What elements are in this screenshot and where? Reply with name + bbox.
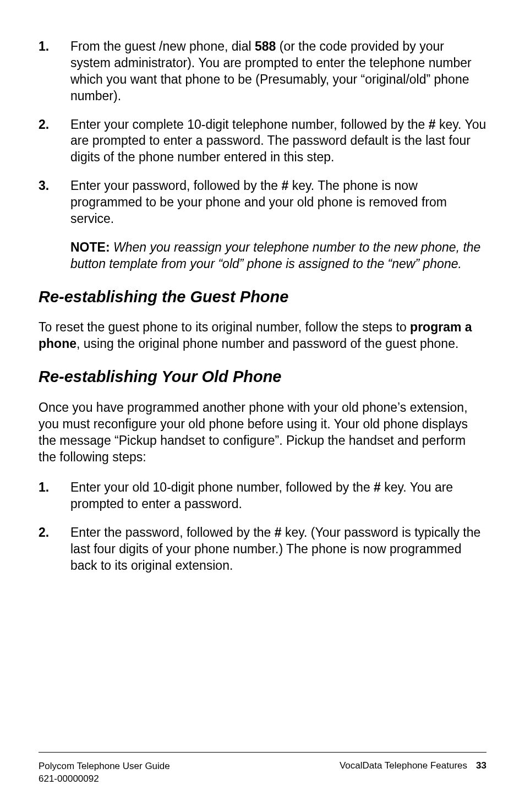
list-number: 2. xyxy=(39,117,70,166)
text: Enter the password, followed by the xyxy=(70,525,275,539)
text: From the guest /new phone, dial xyxy=(70,39,255,53)
list-number: 3. xyxy=(39,178,70,227)
footer-docid: 621-00000092 xyxy=(39,773,170,786)
page-content: 1. From the guest /new phone, dial 588 (… xyxy=(39,39,486,574)
list-number: 1. xyxy=(39,479,70,513)
bold-text: # xyxy=(282,178,289,193)
footer-left: Polycom Telephone User Guide 621-0000009… xyxy=(39,760,170,786)
ordered-list-1: 1. From the guest /new phone, dial 588 (… xyxy=(39,39,486,227)
footer-right: VocalData Telephone Features33 xyxy=(340,760,486,786)
page-number: 33 xyxy=(476,760,486,771)
bold-text: # xyxy=(275,525,282,539)
section-heading: Re-establishing the Guest Phone xyxy=(39,287,486,308)
list-number: 2. xyxy=(39,525,70,574)
list-item: 1. Enter your old 10-digit phone number,… xyxy=(39,479,486,513)
text: Enter your complete 10-digit telephone n… xyxy=(70,117,429,132)
bold-text: # xyxy=(374,480,381,494)
bold-text: # xyxy=(429,117,436,132)
note-block: NOTE: When you reassign your telephone n… xyxy=(70,239,486,273)
list-body: Enter your complete 10-digit telephone n… xyxy=(70,117,486,166)
list-body: Enter your password, followed by the # k… xyxy=(70,178,486,227)
bold-text: 588 xyxy=(255,39,276,53)
list-body: Enter your old 10-digit phone number, fo… xyxy=(70,479,486,513)
footer-section: VocalData Telephone Features xyxy=(340,760,467,771)
page-footer: Polycom Telephone User Guide 621-0000009… xyxy=(39,752,486,786)
note-text: When you reassign your telephone number … xyxy=(70,240,480,271)
paragraph: To reset the guest phone to its original… xyxy=(39,319,486,352)
list-item: 1. From the guest /new phone, dial 588 (… xyxy=(39,39,486,105)
section-heading: Re-establishing Your Old Phone xyxy=(39,367,486,388)
list-item: 2. Enter the password, followed by the #… xyxy=(39,525,486,574)
list-body: From the guest /new phone, dial 588 (or … xyxy=(70,39,486,105)
ordered-list-2: 1. Enter your old 10-digit phone number,… xyxy=(39,479,486,574)
list-number: 1. xyxy=(39,39,70,105)
text: , using the original phone number and pa… xyxy=(76,336,458,351)
text: Enter your password, followed by the xyxy=(70,178,282,193)
list-body: Enter the password, followed by the # ke… xyxy=(70,525,486,574)
note-label: NOTE: xyxy=(70,240,110,254)
text: To reset the guest phone to its original… xyxy=(39,320,410,334)
footer-title: Polycom Telephone User Guide xyxy=(39,760,170,773)
list-item: 2. Enter your complete 10-digit telephon… xyxy=(39,117,486,166)
text: Enter your old 10-digit phone number, fo… xyxy=(70,480,374,494)
paragraph: Once you have programmed another phone w… xyxy=(39,400,486,466)
list-item: 3. Enter your password, followed by the … xyxy=(39,178,486,227)
